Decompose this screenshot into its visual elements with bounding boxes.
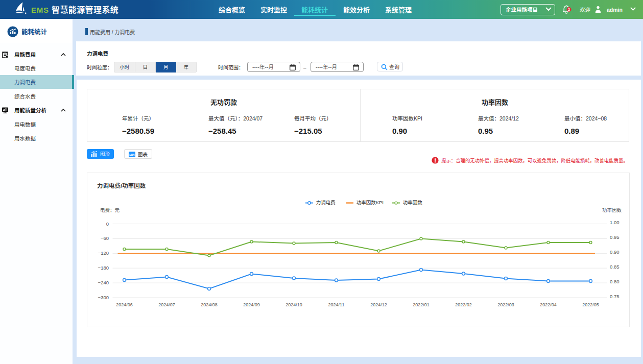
svg-text:功率因数: 功率因数 bbox=[602, 206, 622, 213]
svg-text:1.00: 1.00 bbox=[610, 219, 620, 226]
svg-text:0.90: 0.90 bbox=[610, 248, 620, 255]
svg-text:0.75: 0.75 bbox=[610, 293, 620, 300]
svg-text:−180: −180 bbox=[98, 264, 109, 271]
svg-text:2024/12: 2024/12 bbox=[370, 301, 387, 308]
svg-text:电费：元: 电费：元 bbox=[100, 206, 120, 213]
svg-text:0: 0 bbox=[106, 220, 109, 227]
svg-text:0.80: 0.80 bbox=[610, 278, 620, 285]
svg-text:2022/03: 2022/03 bbox=[497, 301, 514, 308]
svg-text:−300: −300 bbox=[98, 294, 109, 301]
svg-text:0.95: 0.95 bbox=[610, 233, 620, 240]
svg-text:−120: −120 bbox=[98, 249, 109, 256]
svg-text:2024/08: 2024/08 bbox=[201, 301, 218, 308]
svg-text:2024/11: 2024/11 bbox=[328, 301, 345, 308]
svg-text:2022/05: 2022/05 bbox=[582, 301, 599, 308]
svg-text:2024/10: 2024/10 bbox=[285, 301, 302, 308]
svg-text:2024/06: 2024/06 bbox=[116, 301, 133, 308]
svg-text:2024/09: 2024/09 bbox=[243, 301, 260, 308]
svg-text:−240: −240 bbox=[98, 279, 109, 286]
svg-text:−60: −60 bbox=[101, 234, 109, 241]
svg-text:2022/02: 2022/02 bbox=[455, 301, 472, 308]
svg-text:2022/04: 2022/04 bbox=[540, 301, 557, 308]
svg-text:0.85: 0.85 bbox=[610, 263, 620, 270]
svg-text:2: 2 bbox=[568, 6, 570, 12]
svg-text:2024/07: 2024/07 bbox=[158, 301, 175, 308]
svg-text:2022/01: 2022/01 bbox=[413, 301, 430, 308]
